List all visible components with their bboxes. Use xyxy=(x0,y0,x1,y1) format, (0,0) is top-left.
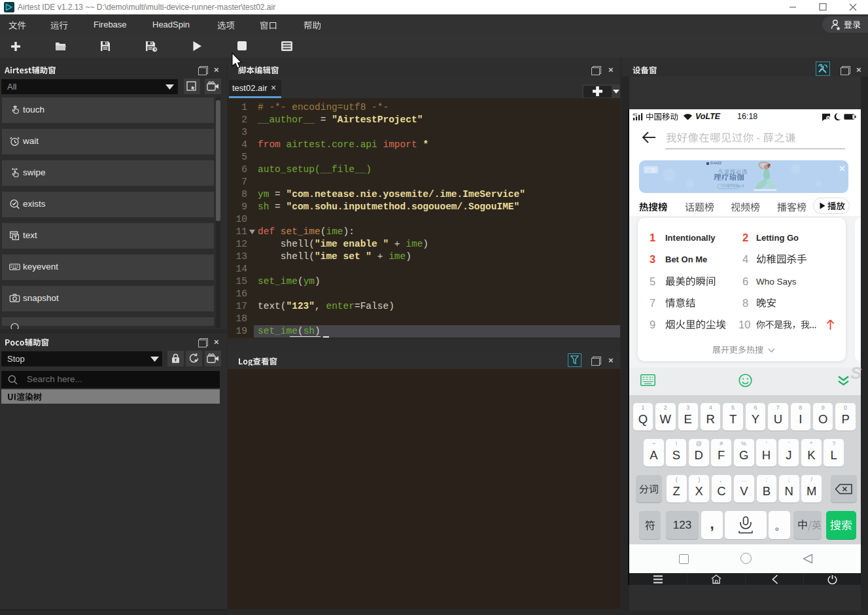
svg-text:4G: 4G xyxy=(633,113,637,116)
